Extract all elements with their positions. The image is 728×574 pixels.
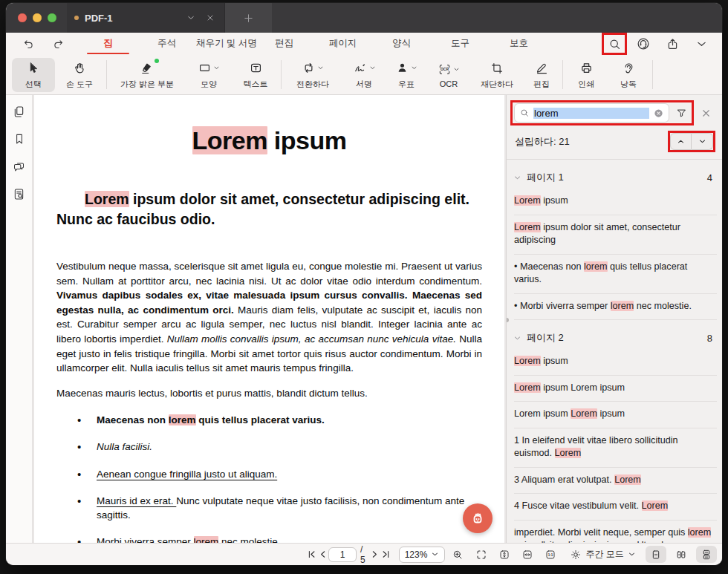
close-window-button[interactable] [18, 13, 27, 22]
tab-annotate[interactable]: 주석 [137, 33, 196, 55]
svg-text:1:1: 1:1 [548, 552, 553, 556]
search-result-item[interactable]: Lorem ipsum [514, 189, 717, 215]
single-page-view-button[interactable] [646, 546, 666, 563]
text-run: ipsum [541, 195, 568, 206]
doc-bullet-item: Morbi viverra semper lorem nec molestie. [97, 535, 482, 543]
first-page-icon[interactable] [306, 547, 317, 563]
doc-bullet-item: Aenean congue fringilla justo ut aliquam… [97, 467, 482, 482]
search-result-item[interactable]: • Maecenas non lorem quis tellus placera… [514, 255, 717, 294]
text-run: quis tellus placerat varius. [196, 414, 325, 425]
search-result-item[interactable]: 1 In eleifend velit vitae libero sollici… [514, 428, 717, 468]
tool-print[interactable]: 인쇄 [565, 58, 607, 92]
zoom-window-button[interactable] [48, 13, 56, 22]
rectangle-icon [198, 60, 220, 76]
tab-tools[interactable]: 도구 [431, 33, 490, 55]
redo-icon[interactable] [48, 35, 68, 53]
undo-icon[interactable] [18, 35, 39, 53]
minimize-window-button[interactable] [33, 13, 42, 22]
tool-hand-tool[interactable]: 손 도구 [55, 58, 104, 92]
tab-page[interactable]: 페이지 [313, 33, 372, 55]
search-result-item[interactable]: 3 Aliquam erat volutpat. Lorem [514, 468, 717, 495]
plus-icon [243, 13, 254, 24]
result-section-header[interactable]: 페이지 28 [507, 320, 722, 349]
chevron-down-icon [453, 66, 460, 73]
tab-protect[interactable]: 보호 [490, 33, 548, 55]
tab-form[interactable]: 양식 [372, 33, 431, 55]
search-highlight: Lorem [571, 408, 597, 419]
tool-stamp[interactable]: 우표 [386, 58, 426, 92]
day-mode-selector[interactable]: 주간 모드 [570, 548, 635, 561]
text-run: Maecenas mauris lectus, lobortis et puru… [56, 388, 368, 399]
tool-highlight[interactable]: 가장 밝은 부분 [109, 58, 185, 92]
tool-read-aloud[interactable]: 낭독 [607, 58, 650, 92]
tool-shapes[interactable]: 모양 [185, 58, 233, 92]
continuous-scroll-view-button[interactable] [696, 546, 717, 563]
convert-icon [302, 60, 324, 76]
share-icon[interactable] [662, 35, 683, 53]
close-panel-icon[interactable] [701, 108, 712, 119]
new-tab-button[interactable] [224, 3, 272, 33]
fit-width-icon[interactable] [519, 547, 536, 563]
tab-fill-sign[interactable]: 채우기 및 서명 [196, 33, 255, 55]
tool-convert[interactable]: 전환하다 [284, 58, 342, 92]
collapse-toolbar-chevron-icon[interactable] [691, 35, 712, 53]
search-result-item[interactable]: Lorem ipsum [514, 349, 717, 376]
tool-edit[interactable]: 편집 [523, 58, 560, 92]
zoom-select[interactable]: 123% [399, 547, 446, 563]
prev-page-icon[interactable] [317, 547, 328, 563]
tool-select[interactable]: 선택 [12, 58, 55, 92]
support-icon[interactable] [633, 35, 654, 53]
search-icon[interactable] [604, 35, 625, 53]
search-highlight: lorem [688, 527, 712, 538]
one-to-one-icon[interactable]: 1:1 [542, 547, 559, 563]
chevron-down-icon [431, 550, 439, 558]
search-input[interactable]: lorem [514, 103, 669, 123]
app-window: PDF-1 집주석채우기 및 서명편집페이지양식도구보호 선택손 도구가장 밝은… [6, 3, 722, 565]
ocr-icon: OCR [438, 61, 460, 77]
search-panel-top: lorem [507, 95, 722, 123]
tool-sign[interactable]: 서명 [342, 58, 386, 92]
ribbon-bar: 집주석채우기 및 서명편집페이지양식도구보호 [6, 33, 722, 55]
search-result-item[interactable]: • Morbi viverra semper lorem nec molesti… [514, 294, 717, 321]
search-result-item[interactable]: Lorem ipsum Lorem ipsum [514, 376, 717, 402]
search-result-item[interactable]: 4 Fusce vitae vestibulum velit. Lorem [514, 494, 717, 521]
next-page-icon[interactable] [369, 547, 380, 563]
sidebar-item-bookmarks[interactable] [10, 130, 28, 148]
tab-home[interactable]: 집 [79, 33, 137, 55]
search-highlight: Lorem [514, 222, 541, 232]
doc-bullet-item: Nulla facilisi. [97, 440, 482, 454]
sidebar-item-annotations[interactable] [10, 157, 28, 175]
clear-search-icon[interactable] [653, 108, 664, 119]
text-run: ipsum [267, 126, 347, 154]
tool-text[interactable]: 텍스트 [233, 58, 279, 92]
facing-pages-view-button[interactable] [671, 546, 692, 563]
search-result-item[interactable]: Lorem ipsum dolor sit amet, consectetur … [514, 215, 717, 255]
result-section-header[interactable]: 페이지 14 [507, 160, 722, 189]
tool-ocr[interactable]: OCROCR [426, 58, 471, 92]
search-result-item[interactable]: imperdiet. Morbi velit neque, semper qui… [514, 521, 717, 544]
next-result-button[interactable] [692, 133, 713, 150]
chevron-down-icon [411, 65, 417, 71]
view-mode-buttons [646, 546, 717, 563]
sidebar-item-thumbnails[interactable] [10, 102, 28, 120]
ai-assistant-button[interactable] [463, 503, 493, 533]
tab-close-icon[interactable] [204, 11, 217, 25]
text-run: ipsum [541, 356, 568, 366]
pdf-page[interactable]: Lorem ipsum Lorem ipsum dolor sit amet, … [34, 95, 504, 543]
tab-chevron-down-icon[interactable] [184, 11, 198, 25]
page-number-input[interactable] [328, 547, 357, 562]
search-result-item[interactable]: Lorem ipsum Lorem ipsum [514, 402, 717, 428]
tool-crop[interactable]: 재단하다 [471, 58, 523, 92]
previous-result-button[interactable] [670, 133, 692, 150]
last-page-icon[interactable] [380, 547, 391, 563]
text-run: imperdiet. Morbi velit neque, semper qui… [514, 527, 688, 538]
sidebar-item-search-results[interactable] [10, 185, 28, 203]
zoom-in-icon[interactable] [452, 547, 464, 563]
toolbar-divider [562, 60, 563, 89]
day-mode-label: 주간 모드 [585, 548, 623, 561]
filter-icon[interactable] [672, 107, 690, 120]
fit-screen-icon[interactable] [473, 547, 490, 563]
tab-edit[interactable]: 편집 [255, 33, 313, 55]
document-tab[interactable]: PDF-1 [67, 3, 224, 33]
fit-height-icon[interactable] [496, 547, 513, 563]
